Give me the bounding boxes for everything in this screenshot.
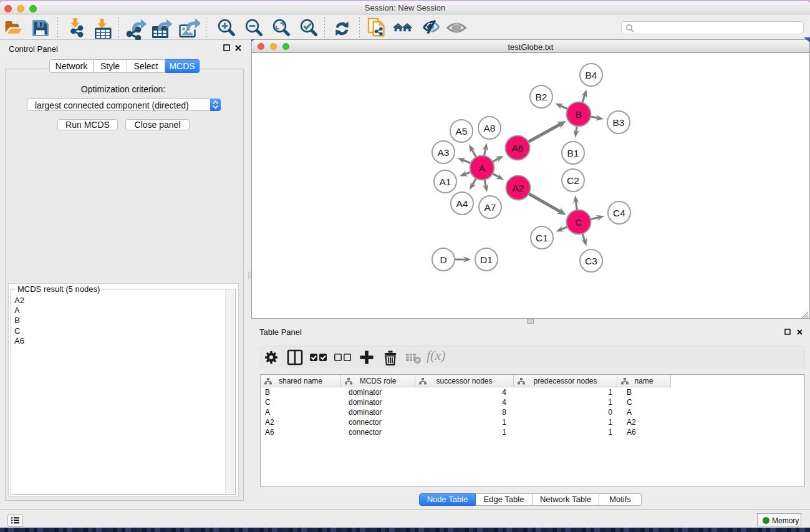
svg-text:B3: B3: [613, 117, 625, 128]
svg-text:A7: A7: [485, 202, 496, 213]
svg-text:A3: A3: [438, 147, 450, 158]
svg-text:C3: C3: [585, 256, 597, 266]
svg-text:A5: A5: [456, 126, 468, 137]
svg-text:A1: A1: [440, 177, 451, 187]
svg-text:D1: D1: [480, 254, 493, 265]
svg-text:A8: A8: [484, 123, 496, 133]
svg-text:B: B: [576, 109, 582, 120]
svg-text:C2: C2: [567, 175, 579, 186]
svg-text:D: D: [440, 254, 446, 265]
svg-text:C: C: [575, 217, 582, 228]
svg-text:C4: C4: [613, 208, 625, 218]
svg-text:C1: C1: [536, 233, 548, 243]
svg-text:A6: A6: [512, 143, 524, 153]
svg-text:B2: B2: [536, 92, 547, 102]
svg-text:A2: A2: [513, 183, 524, 193]
svg-text:B1: B1: [567, 148, 579, 158]
svg-text:A4: A4: [456, 198, 468, 209]
svg-text:A: A: [479, 163, 486, 173]
svg-text:B4: B4: [586, 70, 597, 80]
